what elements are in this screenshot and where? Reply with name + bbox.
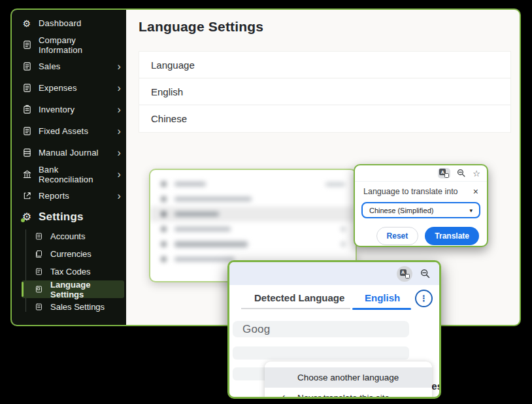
- translate-options-menu: Choose another language ✓ Never translat…: [265, 362, 432, 399]
- screenshot-canvas: ⚙ Dashboard Company Information Sales ›: [0, 0, 532, 404]
- sidebar-item-sales-settings[interactable]: Sales Settings: [22, 298, 126, 316]
- blurred-menu-row: [150, 207, 356, 222]
- page-preview: Goog Cost of Sales Choose another langua…: [229, 312, 439, 397]
- settings-subnav: Accounts Currencies Tax Codes: [12, 227, 126, 316]
- caret-down-icon: ▾: [469, 207, 473, 214]
- blurred-menu-row: [150, 237, 356, 252]
- sidebar-item-currencies[interactable]: Currencies: [22, 245, 126, 263]
- sidebar-item-label: Reports: [39, 191, 69, 201]
- translate-extension-popup: A ☆ Language to translate into × Chinese…: [354, 164, 488, 247]
- blurred-menu-row: [150, 222, 356, 237]
- document-icon: [22, 40, 32, 50]
- target-language-select[interactable]: Chinese (Simplified) ▾: [361, 202, 480, 218]
- chevron-right-icon: ›: [117, 148, 121, 158]
- sidebar-item-fixed-assets[interactable]: Fixed Assets ›: [12, 120, 126, 142]
- sidebar-item-label: Sales: [39, 61, 61, 71]
- chevron-right-icon: ›: [117, 61, 121, 72]
- chevron-right-icon: ›: [117, 169, 121, 180]
- translate-extension-icon[interactable]: A: [438, 168, 450, 178]
- sidebar-item-label: Expenses: [39, 83, 77, 93]
- sidebar-item-label: Inventory: [39, 105, 75, 114]
- clipboard-icon: [22, 105, 32, 115]
- sidebar-item-tax-codes[interactable]: Tax Codes: [22, 263, 126, 280]
- sidebar-item-inventory[interactable]: Inventory ›: [12, 99, 126, 120]
- chevron-right-icon: ›: [117, 105, 121, 115]
- menu-item-never-translate-site[interactable]: ✓ Never translate this site: [265, 388, 432, 399]
- bank-icon: [22, 169, 32, 180]
- journal-icon: [22, 148, 32, 158]
- sidebar-item-label: Language Settings: [50, 280, 122, 299]
- browser-header-strip: A: [229, 262, 439, 285]
- zoom-out-icon[interactable]: [457, 169, 466, 178]
- gear-icon: ⚙: [22, 212, 32, 222]
- page-title: Language Settings: [139, 19, 263, 35]
- selected-language: Chinese (Simplified): [369, 207, 433, 214]
- sidebar-item-sales[interactable]: Sales ›: [12, 56, 126, 77]
- document-icon: [33, 284, 44, 295]
- sidebar-item-bank-reconciliation[interactable]: Bank Reconciliation ›: [12, 163, 126, 185]
- active-indicator: [22, 282, 24, 297]
- options-menu-button[interactable]: ⋮: [415, 290, 433, 307]
- dots-vertical-icon: ⋮: [420, 294, 428, 303]
- sidebar-section-label: Settings: [39, 210, 84, 224]
- browser-toolbar: A ☆: [355, 165, 487, 182]
- zoom-out-icon[interactable]: [420, 269, 431, 279]
- blurred-menu-content: [150, 170, 356, 267]
- language-table-header: Language: [139, 52, 510, 78]
- bookmark-star-icon[interactable]: ☆: [473, 169, 480, 178]
- translate-tabs: Detected Language English ⋮: [229, 285, 439, 312]
- document-icon: [33, 302, 44, 312]
- language-row-english[interactable]: English: [139, 78, 510, 105]
- document-icon: [33, 267, 44, 277]
- sidebar-item-label: Tax Codes: [50, 267, 90, 277]
- sidebar-item-label: Sales Settings: [50, 302, 105, 312]
- blurred-menu-row: [150, 177, 356, 192]
- sidebar-item-expenses[interactable]: Expenses ›: [12, 77, 126, 99]
- sidebar-item-label: Accounts: [50, 231, 85, 241]
- tab-detected-language[interactable]: Detected Language: [254, 292, 344, 303]
- page-text-google: Goog: [233, 321, 409, 337]
- translate-button[interactable]: Translate: [425, 227, 479, 245]
- translate-extension-icon[interactable]: A: [397, 266, 412, 282]
- sidebar-item-accounts[interactable]: Accounts: [22, 227, 126, 245]
- sidebar-item-label: Fixed Assets: [39, 126, 88, 136]
- sidebar-item-label: Currencies: [50, 249, 91, 259]
- sidebar: ⚙ Dashboard Company Information Sales ›: [12, 10, 126, 325]
- reset-button[interactable]: Reset: [376, 227, 419, 245]
- reports-icon: [22, 191, 32, 201]
- tab-underline-active: [352, 308, 411, 311]
- document-icon: [33, 249, 44, 260]
- sidebar-item-label: Bank Reconciliation: [39, 165, 110, 184]
- document-icon: [33, 231, 44, 242]
- tab-english[interactable]: English: [365, 292, 400, 303]
- document-icon: [22, 61, 32, 72]
- gear-icon: ⚙: [22, 18, 32, 29]
- document-icon: [22, 126, 32, 137]
- chevron-right-icon: ›: [117, 126, 121, 137]
- sidebar-item-manual-journal[interactable]: Manual Journal ›: [12, 142, 126, 163]
- popup-header-row: Language to translate into ×: [355, 182, 487, 199]
- popup-actions: Reset Translate: [355, 218, 487, 245]
- chevron-right-icon: ›: [117, 83, 121, 93]
- translate-bar-popup: A Detected Language English ⋮ Goog Cost …: [227, 260, 441, 399]
- green-accent-dot: [21, 218, 25, 222]
- sidebar-item-reports[interactable]: Reports ›: [12, 185, 126, 207]
- document-icon: [22, 83, 32, 93]
- chevron-right-icon: ›: [117, 191, 121, 201]
- language-row-chinese[interactable]: Chinese: [139, 105, 510, 132]
- popup-label: Language to translate into: [363, 187, 458, 196]
- blurred-menu-row: [150, 192, 356, 207]
- sidebar-item-company-information[interactable]: Company Information: [12, 34, 126, 56]
- sidebar-item-dashboard[interactable]: ⚙ Dashboard: [12, 12, 126, 34]
- page-stripe: [233, 346, 409, 360]
- check-icon: ✓: [279, 393, 286, 399]
- language-table: Language English Chinese: [139, 51, 511, 133]
- sidebar-item-label: Dashboard: [39, 18, 81, 28]
- menu-item-choose-another-language[interactable]: Choose another language: [265, 367, 432, 388]
- sidebar-item-language-settings[interactable]: Language Settings: [22, 280, 124, 298]
- sidebar-section-settings[interactable]: ⚙ Settings: [12, 207, 126, 227]
- tab-underline-inactive: [241, 308, 350, 309]
- close-icon[interactable]: ×: [473, 187, 478, 196]
- sidebar-item-label: Company Information: [39, 35, 121, 55]
- sidebar-item-label: Manual Journal: [39, 148, 99, 158]
